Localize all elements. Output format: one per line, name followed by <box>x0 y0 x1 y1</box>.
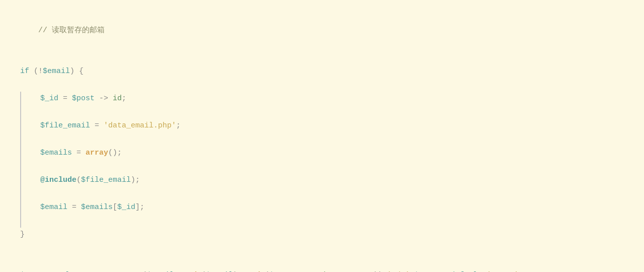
file-email-line: $file_email = 'data_email.php'; <box>21 119 624 132</box>
empty-line-4 <box>21 132 624 146</box>
emails-array-line: $emails = array(); <box>21 146 624 160</box>
code-viewer: // 读取暂存的邮箱 if (!$email) { $_id = $post -… <box>0 0 644 272</box>
empty-line-9 <box>20 255 624 268</box>
email-from-array-line: $email = $emails[$_id]; <box>21 200 624 214</box>
empty-line-3 <box>21 105 624 119</box>
id-assign-line: $_id = $post -> id; <box>21 92 624 105</box>
comment-text: // 读取暂存的邮箱 <box>38 26 105 35</box>
empty-line-5 <box>21 160 624 173</box>
if-statement: if (!$email) { <box>20 64 624 78</box>
empty-line-8 <box>20 241 624 255</box>
avatar-url-line: $avatar_url = GRAVATAR_CDN.($email ? md5… <box>20 268 624 272</box>
empty-line-1 <box>20 51 624 64</box>
empty-line-2 <box>20 78 624 92</box>
empty-line-6 <box>21 187 624 200</box>
empty-line-7 <box>21 214 624 228</box>
closing-brace-line: } <box>20 228 624 241</box>
include-line: @include($file_email); <box>21 173 624 187</box>
if-body: $_id = $post -> id; $file_email = 'data_… <box>20 92 624 228</box>
comment-line: // 读取暂存的邮箱 <box>20 10 624 51</box>
